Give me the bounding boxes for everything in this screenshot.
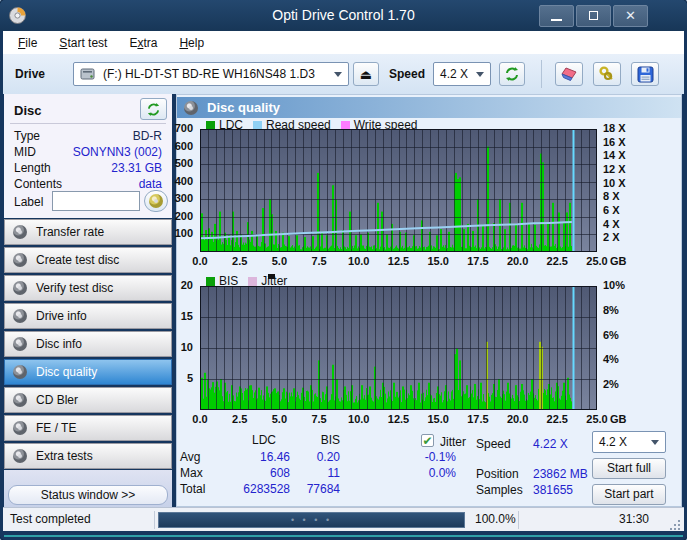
axis-tick-label: 10.0 — [345, 255, 373, 267]
close-button[interactable]: ✕ — [613, 5, 648, 27]
jitter-checkbox[interactable]: ✔ — [421, 434, 434, 447]
length-value: 23.31 GB — [111, 161, 162, 175]
sidebar-item-create-test-disc[interactable]: Create test disc — [4, 247, 172, 273]
axis-tick-label: 2.5 — [226, 413, 254, 425]
total-bis: 77684 — [290, 482, 340, 496]
speed-dropdown-value: 4.2 X — [599, 435, 651, 449]
resize-grip[interactable] — [668, 518, 680, 530]
refresh-speed-button[interactable] — [499, 62, 525, 86]
sidebar-item-drive-info[interactable]: Drive info — [4, 303, 172, 329]
title-bar[interactable]: Opti Drive Control 1.70 ✕ — [0, 0, 687, 31]
cd-icon — [13, 449, 27, 463]
contents-value: data — [139, 177, 162, 191]
progress-percent: 100.0% — [475, 512, 516, 526]
menu-start-test[interactable]: Start test — [48, 31, 118, 54]
mid-value: SONYNN3 (002) — [73, 145, 162, 159]
type-value: BD-R — [133, 129, 162, 143]
axis-tick-label: 17.5 — [464, 413, 492, 425]
save-button[interactable] — [631, 62, 659, 86]
eject-button[interactable]: ⏏ — [353, 62, 379, 86]
axis-tick-label: 0.0 — [186, 255, 214, 267]
cd-icon — [13, 225, 27, 239]
keys-icon — [598, 65, 616, 83]
samples-label: Samples — [476, 483, 523, 497]
cd-icon — [13, 393, 27, 407]
refresh-icon — [146, 102, 161, 117]
sidebar-item-disc-info[interactable]: Disc info — [4, 331, 172, 357]
sidebar-item-label: CD Bler — [36, 393, 78, 407]
total-label: Total — [180, 482, 205, 496]
menu-extra[interactable]: Extra — [118, 31, 168, 54]
window-bottom-accent — [4, 535, 683, 537]
sidebar-item-extra-tests[interactable]: Extra tests — [4, 443, 172, 469]
bis-chart-canvas — [200, 286, 597, 410]
drive-icon — [80, 67, 96, 81]
axis-tick-label: 18 X — [603, 122, 626, 134]
sidebar-item-label: FE / TE — [36, 421, 76, 435]
avg-bis: 0.20 — [300, 450, 340, 464]
statusbar-separator — [518, 511, 519, 529]
axis-tick-label: 20.0 — [504, 255, 532, 267]
toolbar-separator — [541, 60, 542, 88]
axis-tick-label: 12 X — [603, 163, 626, 175]
sidebar-item-label: Extra tests — [36, 449, 93, 463]
axis-tick-label: GB — [610, 255, 627, 267]
progress-bar: • • • • — [158, 512, 465, 528]
sidebar-item-disc-quality[interactable]: Disc quality — [4, 359, 172, 385]
ldc-column-header: LDC — [252, 433, 290, 447]
drive-select[interactable]: (F:) HL-DT-ST BD-RE WH16NS48 1.D3 — [73, 62, 349, 86]
axis-tick-label: 600 — [175, 140, 193, 152]
sidebar-item-label: Disc quality — [36, 365, 97, 379]
mid-label: MID — [14, 145, 36, 159]
axis-tick-label: 100 — [175, 227, 193, 239]
refresh-disc-button[interactable] — [140, 98, 167, 120]
axis-tick-label: 12.5 — [385, 413, 413, 425]
eraser-icon — [560, 66, 578, 82]
save-icon — [637, 66, 654, 83]
axis-tick-label: 10 — [181, 341, 193, 353]
sidebar-item-label: Transfer rate — [36, 225, 104, 239]
cd-icon — [13, 365, 27, 379]
axis-tick-label: 15.0 — [424, 255, 452, 267]
axis-tick-label: 2 X — [603, 231, 620, 243]
section-header: Disc quality — [177, 97, 681, 118]
toolbar: Drive (F:) HL-DT-ST BD-RE WH16NS48 1.D3 … — [3, 54, 684, 94]
start-full-button[interactable]: Start full — [592, 458, 666, 479]
sidebar-item-fe-te[interactable]: FE / TE — [4, 415, 172, 441]
type-label: Type — [14, 129, 40, 143]
axis-tick-label: 400 — [175, 175, 193, 187]
speed-dropdown[interactable]: 4.2 X — [592, 431, 666, 453]
sidebar-item-verify-test-disc[interactable]: Verify test disc — [4, 275, 172, 301]
start-part-button[interactable]: Start part — [592, 484, 666, 505]
menu-help[interactable]: Help — [168, 31, 215, 54]
progress-dots: • • • • — [291, 515, 332, 525]
axis-tick-label: 22.5 — [543, 413, 571, 425]
axis-tick-label: GB — [610, 413, 627, 425]
sidebar-item-cd-bler[interactable]: CD Bler — [4, 387, 172, 413]
app-window: Opti Drive Control 1.70 ✕ File Start tes… — [0, 0, 687, 540]
sidebar-item-label: Drive info — [36, 309, 87, 323]
axis-tick-label: 2% — [603, 378, 619, 390]
axis-tick-label: 5.0 — [265, 255, 293, 267]
axis-tick-label: 14 X — [603, 149, 626, 161]
axis-tick-label: 16 X — [603, 136, 626, 148]
maximize-icon — [589, 11, 598, 20]
minimize-icon — [551, 19, 562, 21]
legend-swatch — [248, 277, 257, 286]
max-jitter: 0.0% — [406, 466, 456, 480]
label-input[interactable] — [52, 191, 140, 211]
axis-tick-label: 6 X — [603, 204, 620, 216]
contents-label: Contents — [14, 177, 62, 191]
minimize-button[interactable] — [539, 5, 574, 27]
sidebar-item-transfer-rate[interactable]: Transfer rate — [4, 219, 172, 245]
screen-artifact — [268, 274, 275, 279]
status-window-button[interactable]: Status window >> — [8, 485, 168, 505]
speed-select[interactable]: 4.2 X — [433, 62, 491, 86]
maximize-button[interactable] — [576, 5, 611, 27]
check-icon: ✔ — [422, 434, 432, 448]
menu-file[interactable]: File — [7, 31, 48, 54]
license-button[interactable] — [593, 62, 621, 86]
erase-disc-button[interactable] — [555, 62, 583, 86]
axis-tick-label: 10.0 — [345, 413, 373, 425]
max-label: Max — [180, 466, 203, 480]
